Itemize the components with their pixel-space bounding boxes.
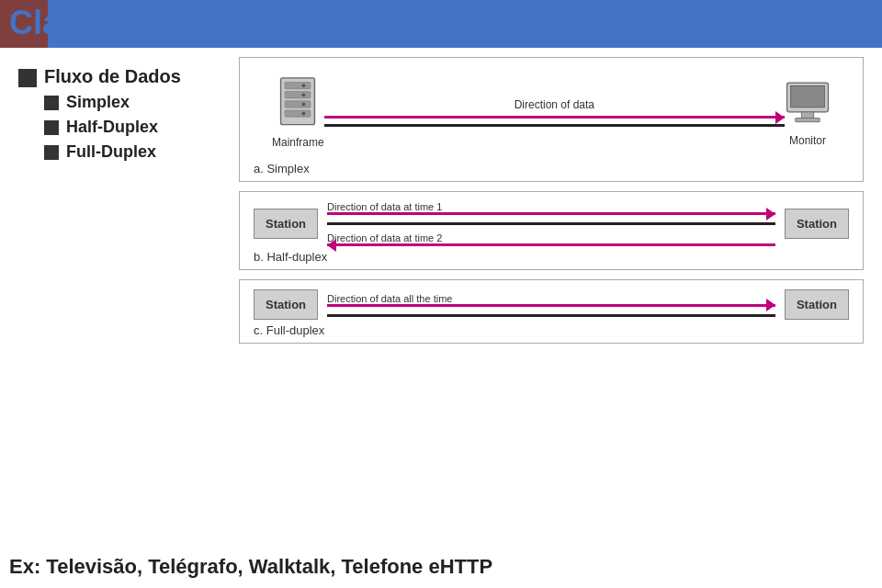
simplex-base-line: [324, 124, 785, 127]
bullet-icon-simplex: [44, 96, 59, 110]
svg-point-7: [302, 103, 306, 107]
half-duplex-arrow1: [327, 212, 775, 215]
half-duplex-arrow1-label: Direction of data at time 1: [327, 201, 775, 212]
half-duplex-diagram-box: Station Direction of data at time 1 Dir: [239, 191, 864, 270]
svg-rect-10: [791, 85, 825, 107]
bullet-icon-main: [18, 69, 37, 87]
half-duplex-arrow2-row: Direction of data at time 2: [327, 232, 775, 246]
half-duplex-arrow1-row: Direction of data at time 1: [327, 201, 775, 215]
full-duplex-arrows: Direction of data all the time: [327, 293, 775, 317]
svg-rect-12: [796, 118, 820, 121]
main-item-label: Fluxo de Dados: [44, 66, 181, 87]
half-duplex-arrow1-line: [327, 212, 775, 215]
half-duplex-left-station: Station: [254, 209, 318, 239]
full-duplex-section: Station Direction of data all the time S…: [254, 289, 849, 320]
half-duplex-base-line: [327, 222, 775, 225]
sub-bullet-half-duplex: Half-Duplex: [44, 118, 220, 137]
svg-rect-4: [285, 110, 311, 117]
bullet-icon-full-duplex: [44, 145, 59, 160]
half-duplex-caption: b. Half-duplex: [254, 250, 849, 264]
svg-point-5: [302, 84, 306, 87]
svg-rect-3: [285, 101, 311, 107]
full-duplex-caption: c. Full-duplex: [254, 323, 849, 337]
sub-item-simplex-label: Simplex: [66, 93, 130, 112]
simplex-diagram: Mainframe Direction of data: [254, 67, 849, 158]
svg-rect-2: [285, 92, 311, 98]
simplex-diagram-box: Mainframe Direction of data: [239, 57, 864, 182]
mainframe-label: Mainframe: [272, 136, 324, 149]
full-duplex-right-station: Station: [785, 289, 849, 320]
monitor-label: Monitor: [789, 134, 826, 147]
right-panel: Mainframe Direction of data: [239, 57, 864, 344]
simplex-arrow: [324, 116, 785, 119]
bullet-icon-half-duplex: [44, 120, 59, 135]
sub-item-half-label: Half-Duplex: [66, 118, 158, 137]
full-duplex-arrow-label: Direction of data all the time: [327, 293, 775, 304]
content-area: Fluxo de Dados Simplex Half-Duplex Full-…: [0, 48, 882, 353]
left-panel: Fluxo de Dados Simplex Half-Duplex Full-…: [18, 57, 220, 344]
sub-bullet-full-duplex: Full-Duplex: [44, 142, 220, 162]
monitor-icon: [785, 79, 831, 130]
full-duplex-arrow1-row: Direction of data all the time: [327, 293, 775, 307]
sub-item-full-label: Full-Duplex: [66, 142, 156, 162]
monitor-container: Monitor: [785, 79, 831, 147]
full-duplex-diagram-box: Station Direction of data all the time S…: [239, 279, 864, 344]
half-duplex-arrows: Direction of data at time 1 Direction of…: [327, 201, 775, 246]
half-duplex-arrow2-line: [327, 243, 775, 246]
svg-point-8: [302, 112, 306, 116]
svg-rect-1: [285, 82, 311, 88]
half-duplex-right-station: Station: [785, 209, 849, 239]
simplex-caption: a. Simplex: [254, 162, 849, 175]
full-duplex-base-line: [327, 314, 775, 317]
page-title: Classificação: [9, 4, 220, 42]
full-duplex-left-station: Station: [254, 289, 318, 320]
simplex-arrow-area: Direction of data: [324, 85, 785, 141]
mainframe-icon: [275, 76, 321, 131]
simplex-arrow-label: Direction of data: [514, 98, 594, 111]
full-duplex-arrow-right: [327, 304, 775, 307]
half-duplex-section: Station Direction of data at time 1 Dir: [254, 201, 849, 246]
svg-rect-11: [801, 111, 813, 118]
half-duplex-arrow2-label: Direction of data at time 2: [327, 232, 775, 243]
mainframe-container: Mainframe: [272, 76, 324, 149]
svg-point-6: [302, 93, 306, 96]
main-bullet-item: Fluxo de Dados: [18, 66, 220, 87]
sub-bullet-simplex: Simplex: [44, 93, 220, 112]
full-duplex-arrow-right-line: [327, 304, 775, 307]
bottom-text: Ex: Televisão, Telégrafo, Walktalk, Tele…: [9, 555, 873, 579]
half-duplex-arrow2: [327, 243, 775, 246]
simplex-arrow-line: [324, 116, 785, 119]
